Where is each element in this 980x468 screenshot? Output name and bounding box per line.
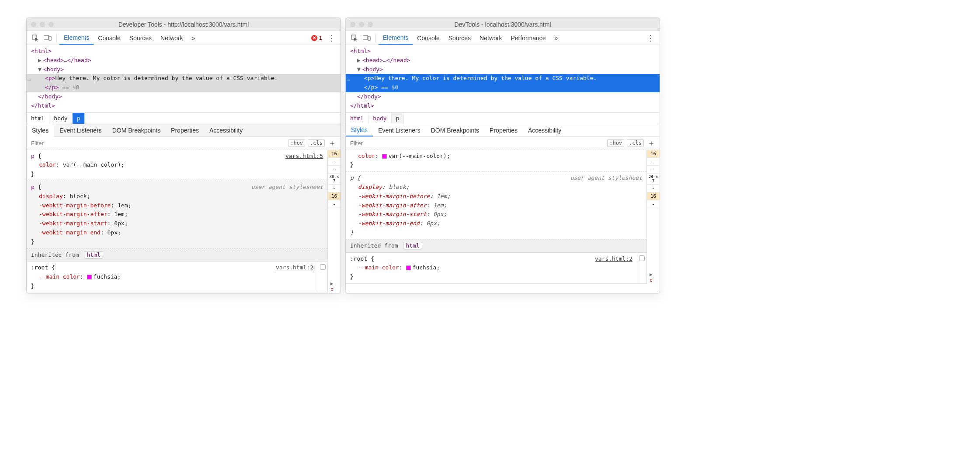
dom-html-close[interactable]: </html> (350, 102, 374, 109)
dom-html-open[interactable]: <html> (350, 48, 371, 54)
prop-value[interactable]: var(--main-color) (389, 153, 447, 159)
tab-console[interactable]: Console (413, 31, 444, 45)
collapse-icon[interactable]: ▼ (357, 65, 362, 74)
source-link[interactable]: vars.html:2 (595, 255, 632, 264)
prop-name[interactable]: --main-color (39, 273, 80, 280)
prop-name[interactable]: --main-color (358, 264, 399, 271)
dom-body-open[interactable]: <body> (362, 66, 383, 73)
tab-more[interactable]: » (187, 31, 199, 45)
color-swatch[interactable] (87, 275, 92, 279)
crumb-p[interactable]: p (73, 113, 85, 124)
error-count[interactable]: ✕ 1 (311, 35, 322, 41)
rule-p-author[interactable]: color: var(--main-color); } (346, 150, 646, 172)
gutter-cell: - (328, 158, 341, 166)
hov-toggle[interactable]: :hov (607, 139, 624, 147)
new-rule-icon[interactable]: ＋ (647, 138, 655, 148)
drawer-expand-icon[interactable]: ▶ c (328, 280, 341, 293)
crumb-body[interactable]: body (368, 113, 391, 124)
expand-icon[interactable]: ▶ (357, 56, 362, 65)
stab-dom-breakpoints[interactable]: DOM Breakpoints (107, 124, 166, 136)
drawer-expand-icon[interactable]: ▶ c (647, 271, 660, 284)
stab-accessibility[interactable]: Accessibility (523, 124, 566, 136)
color-swatch[interactable] (406, 265, 411, 270)
prop-value[interactable]: fuchsia (413, 264, 437, 271)
tab-more[interactable]: » (550, 31, 563, 45)
settings-menu-icon[interactable]: ⋮ (644, 33, 657, 43)
inspect-icon[interactable] (29, 35, 42, 42)
computed-minimap[interactable]: 16 - - 24 × 7 - 16 - ▶ c (646, 150, 660, 284)
stab-styles[interactable]: Styles (26, 124, 54, 137)
prop-name[interactable]: color (358, 153, 375, 159)
dom-body-close[interactable]: </body> (357, 93, 381, 100)
tab-network[interactable]: Network (475, 31, 506, 45)
dom-html-open[interactable]: <html> (31, 48, 52, 54)
rule-root[interactable]: vars.html:2 :root { --main-color: fuchsi… (27, 262, 318, 292)
inherited-tag[interactable]: html (403, 242, 422, 249)
color-swatch[interactable] (382, 154, 387, 159)
source-link[interactable]: vars.html:5 (285, 152, 323, 161)
rule-p-ua[interactable]: user agent stylesheet p { display: block… (27, 181, 327, 249)
prop-name: display (358, 184, 382, 190)
tab-sources[interactable]: Sources (125, 31, 156, 45)
stab-styles[interactable]: Styles (346, 124, 373, 136)
dom-head[interactable]: <head>…</head> (362, 57, 410, 63)
filter-input[interactable] (31, 140, 285, 147)
prop-value[interactable]: var(--main-color) (63, 161, 121, 168)
close-icon[interactable] (350, 22, 355, 27)
stab-dom-breakpoints[interactable]: DOM Breakpoints (426, 124, 484, 136)
dom-selected-node[interactable]: … <p>Hey there. My color is determined b… (27, 74, 341, 92)
rule-root[interactable]: vars.html:2 :root { --main-color: fuchsi… (346, 253, 637, 283)
tab-elements[interactable]: Elements (379, 31, 413, 45)
dom-selected-node[interactable]: … <p>Hey there. My color is determined b… (346, 74, 660, 92)
crumb-html[interactable]: html (346, 113, 368, 124)
crumb-body[interactable]: body (49, 113, 72, 124)
tab-network[interactable]: Network (156, 31, 187, 45)
close-icon[interactable] (31, 22, 36, 27)
device-toggle-icon[interactable] (42, 35, 54, 41)
prop-name: -webkit-margin-before (39, 202, 111, 209)
gutter-cell: 24 × 7 (647, 174, 660, 185)
tab-elements[interactable]: Elements (59, 31, 94, 45)
dom-head[interactable]: <head>…</head> (43, 57, 91, 63)
tab-performance[interactable]: Performance (506, 31, 550, 45)
checkbox[interactable] (320, 264, 326, 270)
stab-event-listeners[interactable]: Event Listeners (54, 124, 107, 136)
collapse-icon[interactable]: ▼ (38, 65, 43, 74)
dom-body-open[interactable]: <body> (43, 66, 64, 73)
inherited-tag[interactable]: html (84, 251, 103, 258)
inspect-icon[interactable] (348, 35, 361, 42)
cls-toggle[interactable]: .cls (627, 139, 644, 147)
tab-console[interactable]: Console (94, 31, 125, 45)
expand-icon[interactable]: ▶ (38, 56, 43, 65)
dom-tree[interactable]: <html> ▶<head>…</head> ▼<body> … <p>Hey … (346, 45, 660, 112)
rule-p-author[interactable]: vars.html:5 p { color: var(--main-color)… (27, 150, 327, 181)
window-title: DevTools - localhost:3000/vars.html (346, 21, 660, 28)
prop-value[interactable]: fuchsia (94, 273, 118, 280)
zoom-icon[interactable] (49, 22, 54, 27)
filter-input[interactable] (350, 140, 605, 147)
computed-minimap[interactable]: 16 - - 38 × 7 - 16 - ▶ c (327, 150, 341, 293)
hov-toggle[interactable]: :hov (288, 139, 305, 147)
cls-toggle[interactable]: .cls (308, 139, 325, 147)
dom-html-close[interactable]: </html> (31, 102, 55, 109)
device-toggle-icon[interactable] (361, 35, 373, 41)
checkbox[interactable] (639, 255, 645, 261)
settings-menu-icon[interactable]: ⋮ (325, 33, 338, 43)
prop-name[interactable]: color (39, 161, 56, 168)
dom-body-close[interactable]: </body> (38, 93, 62, 100)
window-controls (31, 22, 54, 27)
minimize-icon[interactable] (40, 22, 45, 27)
new-rule-icon[interactable]: ＋ (328, 138, 336, 148)
rule-p-ua[interactable]: user agent stylesheet p { display: block… (346, 172, 646, 240)
stab-properties[interactable]: Properties (484, 124, 523, 136)
stab-properties[interactable]: Properties (166, 124, 204, 136)
crumb-html[interactable]: html (27, 113, 49, 124)
minimize-icon[interactable] (359, 22, 364, 27)
tab-sources[interactable]: Sources (444, 31, 475, 45)
stab-accessibility[interactable]: Accessibility (204, 124, 248, 136)
zoom-icon[interactable] (368, 22, 373, 27)
dom-tree[interactable]: <html> ▶<head>…</head> ▼<body> … <p>Hey … (27, 45, 341, 112)
crumb-p[interactable]: p (392, 113, 404, 124)
stab-event-listeners[interactable]: Event Listeners (373, 124, 426, 136)
source-link[interactable]: vars.html:2 (276, 263, 313, 272)
